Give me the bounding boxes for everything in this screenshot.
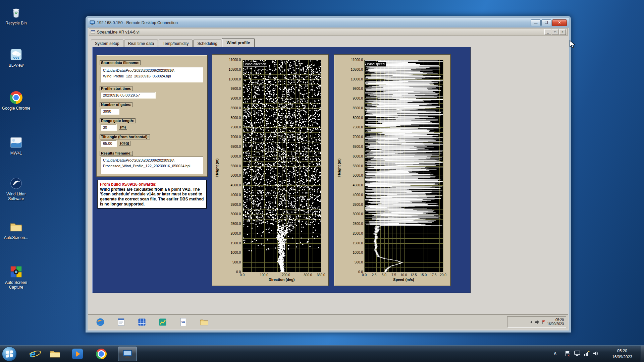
bl-view-icon <box>8 47 24 62</box>
x-tick-label: 2.5 <box>372 273 376 277</box>
range-gate-length-field[interactable]: 30 <box>101 124 117 131</box>
desktop-icon-autoscreen[interactable]: AutoScreen... <box>1 219 32 240</box>
remote-chart-app-icon[interactable] <box>157 317 168 327</box>
control-panel: Source data filename: C:\Lidar\Data\Proc… <box>97 55 207 177</box>
rdp-minimize-button[interactable]: — <box>531 19 541 26</box>
auto-screen-capture-icon <box>8 264 24 280</box>
remote-folder-icon[interactable] <box>199 317 210 327</box>
taskbar-chrome-icon[interactable] <box>96 348 107 360</box>
app-restore-button[interactable]: □ <box>552 29 558 35</box>
desktop: Recycle Bin BL-View Google Chrome MW41 W… <box>0 0 644 362</box>
speed-x-axis-label: Speed (m/s) <box>364 278 443 282</box>
desktop-icon-label: AutoScreen... <box>1 236 32 240</box>
mouse-cursor <box>570 40 576 49</box>
folder-icon <box>8 219 24 235</box>
rdp-close-button[interactable]: ✕ <box>552 19 567 26</box>
taskbar-explorer-icon[interactable] <box>49 348 61 360</box>
source-filename-field[interactable]: C:\Lidar\Data\Proc\2023\202309\20230916\… <box>101 67 203 82</box>
tray-network-icon[interactable] <box>584 351 590 356</box>
remote-system-tray: 05:20 16/09/2023 <box>507 316 566 328</box>
taskbar-media-player-icon[interactable] <box>72 348 83 360</box>
taskbar-clock[interactable]: 05:20 16/09/2023 <box>608 348 637 360</box>
remote-clock: 05:20 16/09/2023 <box>547 318 564 326</box>
remote-flag-icon[interactable] <box>541 320 545 324</box>
x-tick-label: 0.0 <box>362 273 367 277</box>
desktop-icon-auto-screen-capture[interactable]: Auto Screen Capture <box>1 264 32 290</box>
wind-direction-chart: Height (m) Wind direction Direction (deg… <box>212 55 328 286</box>
tray-rdp-icon[interactable] <box>574 351 580 356</box>
y-tick-label: 500.0 <box>343 260 363 264</box>
tray-volume-icon[interactable] <box>593 351 599 356</box>
build-notice-body: Wind profiles are calculated from a 6 po… <box>100 187 204 207</box>
rdp-titlebar[interactable]: 192.168.0.150 - Remote Desktop Connectio… <box>88 18 569 27</box>
tab-system-setup[interactable]: System setup <box>91 40 123 47</box>
host-taskbar: e ∧ 05:20 16/09/2023 <box>0 345 644 362</box>
desktop-icon-google-chrome[interactable]: Google Chrome <box>1 90 32 111</box>
start-button[interactable] <box>2 347 17 361</box>
number-of-gates-field[interactable]: 3990 <box>101 108 119 115</box>
y-tick-label: 8500.0 <box>221 106 241 110</box>
tray-hidden-icons-button[interactable]: ∧ <box>553 350 557 356</box>
app-titlebar[interactable]: StreamLine XR v14-6.vi _ □ × <box>89 28 568 36</box>
desktop-icon-recycle-bin[interactable]: Recycle Bin <box>1 5 32 26</box>
y-tick-label: 5000.0 <box>221 174 241 177</box>
direction-y-axis-label: Height (m) <box>215 134 219 201</box>
app-window-title: StreamLine XR v14-6.vi <box>97 30 544 35</box>
speed-plot-area[interactable] <box>364 60 443 272</box>
y-tick-label: 3000.0 <box>221 212 241 216</box>
wind-lidar-icon <box>8 176 24 191</box>
profile-start-time-field[interactable]: 20230916 05:00:29.57 <box>101 92 156 99</box>
y-tick-label: 9500.0 <box>221 87 241 90</box>
range-gate-length-label: Range gate length: <box>100 118 136 123</box>
tilt-angle-unit-label: (deg) <box>119 141 130 146</box>
desktop-icon-wind-lidar[interactable]: Wind Lidar Software <box>1 176 32 201</box>
rdp-window-title: 192.168.0.150 - Remote Desktop Connectio… <box>97 20 530 25</box>
y-tick-label: 1000.0 <box>221 251 241 254</box>
y-tick-label: 0.0 <box>221 270 241 274</box>
taskbar-ie-icon[interactable]: e <box>27 348 38 360</box>
desktop-icon-label: Recycle Bin <box>1 21 32 26</box>
remote-browser-icon[interactable] <box>95 317 106 327</box>
direction-plot-area[interactable] <box>242 60 321 272</box>
wind-speed-chart: Height (m) Wind speed Speed (m/s) 0.0500… <box>334 55 450 286</box>
rdp-window: 192.168.0.150 - Remote Desktop Connectio… <box>86 16 571 333</box>
x-tick-label: 5.0 <box>382 273 386 277</box>
tray-action-center-icon[interactable] <box>565 351 570 357</box>
app-close-button[interactable]: × <box>559 29 566 35</box>
y-tick-label: 11000.0 <box>221 58 241 62</box>
x-tick-label: 200.0 <box>282 273 290 277</box>
y-tick-label: 10000.0 <box>221 77 241 81</box>
remote-tray-arrow-icon[interactable] <box>529 320 533 324</box>
remote-volume-icon[interactable] <box>535 320 540 324</box>
recycle-bin-icon <box>8 5 24 20</box>
y-tick-label: 4000.0 <box>343 193 363 197</box>
show-desktop-button[interactable] <box>641 346 644 362</box>
x-tick-label: 300.0 <box>304 273 312 277</box>
desktop-icon-bl-view[interactable]: BL-View <box>1 47 32 68</box>
tab-real-time-data[interactable]: Real time data <box>124 40 158 47</box>
app-minimize-button[interactable]: _ <box>544 29 551 35</box>
y-tick-label: 5500.0 <box>343 164 363 168</box>
tab-wind-profile[interactable]: Wind profile <box>222 38 255 47</box>
remote-xr-doc-icon[interactable]: XR <box>178 317 189 327</box>
remote-grid-app-icon[interactable] <box>137 317 147 327</box>
chrome-icon <box>8 90 24 105</box>
windows-flag-icon <box>6 350 13 358</box>
y-tick-label: 10500.0 <box>343 68 363 71</box>
tab-temp-humidity[interactable]: Temp/humidity <box>159 40 193 47</box>
tilt-angle-field[interactable]: 65.00 <box>101 140 117 147</box>
remote-notepad-icon[interactable] <box>116 317 126 327</box>
speed-plot-title: Wind speed <box>366 62 386 67</box>
y-tick-label: 6500.0 <box>221 145 241 148</box>
desktop-icon-mw41[interactable]: MW41 <box>1 135 32 156</box>
tab-scheduling[interactable]: Scheduling <box>193 40 221 47</box>
rdp-maximize-button[interactable]: ❒ <box>541 19 551 26</box>
results-filename-field[interactable]: C:\Lidar\Data\Proc\2023\202309\20230916\… <box>101 157 203 174</box>
y-tick-label: 7500.0 <box>221 125 241 129</box>
direction-x-axis-label: Direction (deg) <box>242 278 321 282</box>
y-tick-label: 6500.0 <box>343 145 363 148</box>
results-filename-label: Results filename: <box>100 151 133 156</box>
taskbar-rdp-button[interactable] <box>118 347 137 361</box>
y-tick-label: 3000.0 <box>343 212 363 216</box>
range-gate-unit-label: (m) <box>119 125 127 130</box>
